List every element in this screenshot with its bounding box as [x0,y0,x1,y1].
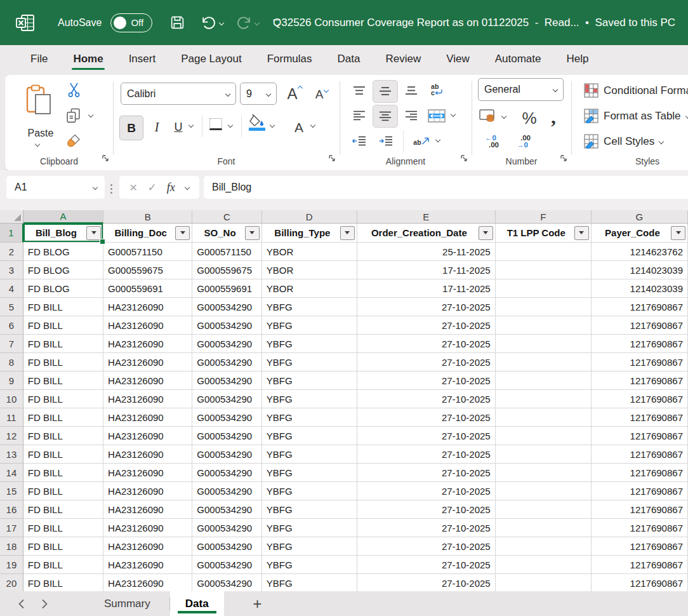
row-header-8[interactable]: 8 [0,353,23,372]
column-header-C[interactable]: C [192,210,261,224]
cell-D9[interactable]: YBFG [262,372,357,390]
column-header-E[interactable]: E [357,210,496,224]
copy-button[interactable] [66,108,81,124]
cell-A1[interactable]: Bill_Blog [23,224,103,243]
sheet-tab-data[interactable]: Data [170,591,224,616]
cell-G18[interactable]: 1217690867 [592,537,688,556]
cell-F6[interactable] [496,316,592,335]
cell-D8[interactable]: YBFG [262,353,357,372]
cell-A19[interactable]: FD BILL [23,556,103,574]
name-box[interactable]: A1 [6,176,105,199]
cell-F18[interactable] [496,537,592,556]
filter-button-E[interactable] [479,226,493,240]
filter-button-C[interactable] [245,226,260,240]
cell-C8[interactable]: G000534290 [192,353,261,372]
cell-A9[interactable]: FD BILL [23,372,103,390]
save-button[interactable] [169,15,185,30]
cell-G5[interactable]: 1217690867 [592,298,688,316]
cell-B6[interactable]: HA23126090 [103,316,192,335]
cell-G11[interactable]: 1217690867 [592,408,688,427]
cell-F16[interactable] [496,500,592,519]
cell-G6[interactable]: 1217690867 [592,316,688,335]
align-top-button[interactable] [347,80,371,102]
cell-E16[interactable]: 27-10-2025 [357,500,496,519]
cut-button[interactable] [67,83,81,97]
cell-F5[interactable] [496,298,592,316]
cell-B15[interactable]: HA23126090 [103,482,192,500]
cell-A5[interactable]: FD BILL [23,298,103,316]
row-header-15[interactable]: 15 [0,482,23,500]
cell-D16[interactable]: YBFG [262,500,357,519]
cell-G3[interactable]: 1214023039 [592,261,688,279]
cell-C12[interactable]: G000534290 [192,427,261,445]
accounting-dropdown-chevron[interactable] [502,114,506,118]
cell-G9[interactable]: 1217690867 [592,372,688,390]
row-header-17[interactable]: 17 [0,519,23,537]
cell-D3[interactable]: YBOR [262,261,357,279]
cell-E11[interactable]: 27-10-2025 [357,408,496,427]
cell-C18[interactable]: G000534290 [192,537,261,556]
row-header-20[interactable]: 20 [0,574,23,593]
sheet-tab-summary[interactable]: Summary [85,591,169,616]
cell-A7[interactable]: FD BILL [23,335,103,353]
row-header-5[interactable]: 5 [0,298,23,316]
cell-B9[interactable]: HA23126090 [103,372,192,390]
cell-E7[interactable]: 27-10-2025 [357,335,496,353]
column-header-B[interactable]: B [103,210,192,224]
italic-button[interactable]: I [149,117,165,138]
wrap-text-button[interactable]: ab c [425,79,449,100]
cell-G7[interactable]: 1217690867 [592,335,688,353]
underline-button[interactable]: U [170,117,187,138]
align-left-button[interactable] [347,105,371,126]
row-header-16[interactable]: 16 [0,500,23,519]
cell-C14[interactable]: G000534290 [192,464,261,482]
cell-E20[interactable]: 27-10-2025 [357,574,496,593]
cell-E13[interactable]: 27-10-2025 [357,445,496,464]
cell-C7[interactable]: G000534290 [192,335,261,353]
cell-B13[interactable]: HA23126090 [103,445,192,464]
merge-center-dropdown-chevron[interactable] [451,112,455,116]
alignment-dialog-launcher[interactable] [460,154,468,165]
filter-button-B[interactable] [175,226,190,240]
filter-button-G[interactable] [671,226,685,240]
cell-styles-button[interactable]: Cell Styles [584,134,663,149]
increase-indent-button[interactable] [374,130,398,152]
format-as-table-button[interactable]: Format as Table [584,109,688,123]
cell-B1[interactable]: Billing_Doc [103,224,192,243]
cell-B8[interactable]: HA23126090 [103,353,192,372]
menu-tab-formulas[interactable]: Formulas [255,45,325,73]
cell-G17[interactable]: 1217690867 [592,519,688,537]
filter-button-D[interactable] [340,226,355,240]
cell-A4[interactable]: FD BLOG [23,279,103,298]
cell-G1[interactable]: Payer_Code [592,224,688,243]
cell-A2[interactable]: FD BLOG [23,243,103,261]
cell-E19[interactable]: 27-10-2025 [357,556,496,574]
row-header-19[interactable]: 19 [0,556,23,574]
cell-B20[interactable]: HA23126090 [103,574,192,593]
undo-dropdown-chevron[interactable] [219,20,224,25]
insert-function-icon[interactable]: fx [167,181,175,194]
column-header-G[interactable]: G [592,210,688,224]
prev-sheet-button[interactable] [18,599,25,609]
borders-button[interactable] [209,118,222,130]
row-header-1[interactable]: 1 [0,224,23,243]
align-center-button[interactable] [373,105,398,128]
cell-B3[interactable]: G000559675 [103,261,192,279]
new-sheet-button[interactable]: + [253,598,262,610]
cell-A6[interactable]: FD BILL [23,316,103,335]
fx-chevron[interactable] [185,185,190,190]
cell-D11[interactable]: YBFG [262,408,357,427]
row-header-10[interactable]: 10 [0,390,23,408]
bold-button[interactable]: B [119,116,143,140]
paste-button[interactable] [19,81,58,119]
cell-F20[interactable] [496,574,592,593]
cell-C5[interactable]: G000534290 [192,298,261,316]
font-name-combo[interactable]: Calibri [121,83,236,105]
row-header-12[interactable]: 12 [0,427,23,445]
cell-C11[interactable]: G000534290 [192,408,261,427]
cell-B12[interactable]: HA23126090 [103,427,192,445]
cell-F19[interactable] [496,556,592,574]
redo-button[interactable] [236,15,259,30]
cell-C17[interactable]: G000534290 [192,519,261,537]
row-header-2[interactable]: 2 [0,243,23,261]
